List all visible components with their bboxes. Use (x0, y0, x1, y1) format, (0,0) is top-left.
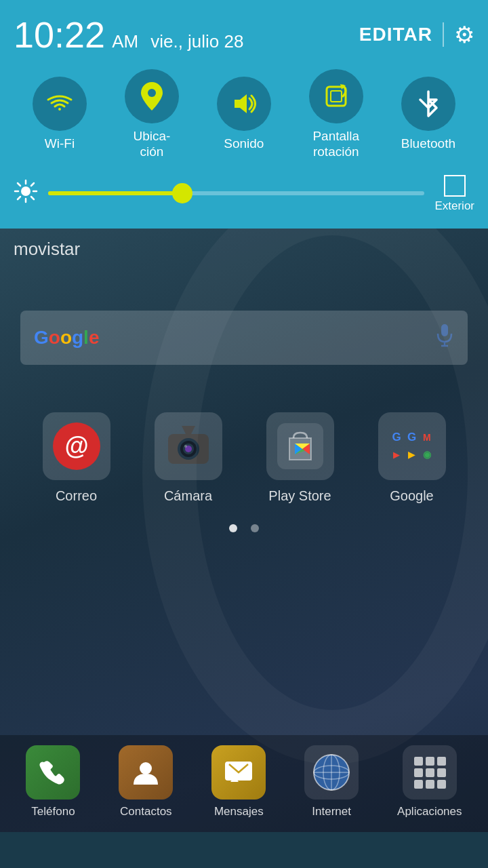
grid-yt: ▶ (405, 447, 418, 462)
page-dots (0, 524, 488, 532)
dock-telefono[interactable]: Teléfono (26, 745, 80, 818)
svg-rect-43 (437, 768, 446, 777)
grid-play: ▶ (390, 447, 403, 462)
page-dot-2[interactable] (251, 524, 259, 532)
app-google[interactable]: G G M ▶ ▶ ◉ Google (378, 412, 446, 504)
quick-toggles: Wi-Fi Ubica- ción Sonido (14, 66, 474, 167)
edit-button[interactable]: EDITAR (359, 24, 432, 45)
svg-rect-44 (414, 780, 423, 789)
g-letter-l: l (83, 327, 89, 348)
exterior-button[interactable]: Exterior (434, 175, 474, 213)
toggle-bluetooth[interactable]: Bluetooth (401, 77, 455, 152)
dock-contactos[interactable]: Contactos (119, 745, 173, 818)
location-icon (138, 81, 166, 112)
svg-rect-38 (414, 757, 423, 766)
home-screen: movistar Google @ Correo (0, 229, 488, 832)
svg-rect-42 (426, 768, 434, 777)
svg-point-23 (184, 445, 187, 448)
apps-grid-svg (411, 754, 448, 791)
toggle-sound-circle (217, 77, 271, 131)
microphone-icon[interactable] (435, 323, 454, 352)
slider-fill (48, 191, 180, 195)
toggle-sound[interactable]: Sonido (217, 77, 271, 152)
toggle-bluetooth-label: Bluetooth (401, 136, 455, 152)
svg-rect-14 (441, 324, 448, 336)
svg-line-10 (18, 183, 20, 186)
svg-rect-41 (414, 768, 423, 777)
dock-internet[interactable]: Internet (304, 745, 359, 818)
grid-maps: ◉ (420, 447, 433, 462)
google-search-bar[interactable]: Google (20, 311, 468, 365)
svg-line-11 (31, 197, 34, 199)
bluetooth-icon (415, 89, 441, 119)
toggle-wifi[interactable]: Wi-Fi (33, 77, 87, 152)
camara-label: Cámara (164, 488, 212, 504)
wifi-icon (45, 89, 75, 119)
phone-svg (39, 758, 67, 787)
bottom-dock: Teléfono Contactos Mensajes (0, 735, 488, 832)
slider-track (48, 191, 424, 195)
svg-marker-18 (182, 426, 195, 434)
grid-m: M (420, 430, 433, 446)
mic-svg (435, 323, 454, 347)
toggle-rotation-circle (309, 69, 363, 123)
google-logo: Google (34, 327, 99, 349)
mensajes-icon (211, 745, 266, 800)
google-grid: G G M ▶ ▶ ◉ (388, 427, 436, 465)
contactos-label: Contactos (120, 805, 172, 818)
toggle-rotation-label: Pantalla rotación (312, 129, 359, 160)
slider-thumb[interactable] (172, 183, 192, 203)
internet-icon (304, 745, 359, 800)
google-apps-icon: G G M ▶ ▶ ◉ (378, 412, 446, 480)
sun-icon (14, 179, 38, 203)
svg-line-12 (31, 183, 34, 186)
toggle-wifi-circle (33, 77, 87, 131)
dock-mensajes[interactable]: Mensajes (211, 745, 266, 818)
grid-g: G (390, 430, 403, 446)
toggle-bluetooth-circle (401, 77, 455, 131)
svg-point-0 (148, 89, 156, 97)
app-playstore[interactable]: Play Store (266, 412, 334, 504)
contactos-icon (119, 745, 173, 800)
camera-svg (165, 423, 211, 469)
carrier-name: movistar (0, 229, 488, 270)
grid-g2: G (405, 430, 418, 446)
toggle-sound-label: Sonido (224, 136, 264, 152)
toggle-location-circle (125, 69, 179, 123)
globe-svg (311, 752, 352, 793)
aplicaciones-label: Aplicaciones (397, 805, 462, 818)
toggle-rotation[interactable]: Pantalla rotación (309, 69, 363, 160)
contacts-svg (131, 757, 161, 787)
toggle-location[interactable]: Ubica- ción (125, 69, 179, 160)
app-camara[interactable]: Cámara (155, 412, 222, 504)
telefono-icon (26, 745, 80, 800)
aplicaciones-icon (403, 745, 457, 800)
svg-rect-46 (437, 780, 446, 789)
correo-icon: @ (43, 412, 110, 480)
google-label: Google (390, 488, 434, 504)
g-letter-g: G (34, 327, 49, 348)
svg-point-5 (21, 186, 30, 196)
page-dot-1[interactable] (229, 524, 237, 532)
correo-inner-icon: @ (53, 422, 100, 470)
svg-rect-39 (426, 757, 434, 766)
internet-label: Internet (312, 805, 351, 818)
svg-rect-45 (426, 780, 434, 789)
svg-rect-3 (331, 91, 342, 102)
playstore-icon (266, 412, 334, 480)
g-letter-o2: o (60, 327, 72, 348)
toggle-wifi-label: Wi-Fi (45, 136, 75, 152)
brightness-slider[interactable] (48, 191, 424, 197)
brightness-row: Exterior (14, 167, 474, 218)
time-date: 10:22 AM vie., julio 28 (14, 14, 243, 56)
dock-aplicaciones[interactable]: Aplicaciones (397, 745, 462, 818)
exterior-square-icon (444, 175, 466, 197)
rotation-icon (321, 81, 351, 111)
svg-point-29 (140, 762, 152, 774)
settings-icon[interactable]: ⚙ (454, 21, 474, 48)
g-letter-e: e (89, 327, 100, 348)
time-display: 10:22 (14, 14, 105, 55)
app-correo[interactable]: @ Correo (43, 412, 110, 504)
camara-icon (155, 412, 222, 480)
svg-line-13 (18, 197, 20, 199)
